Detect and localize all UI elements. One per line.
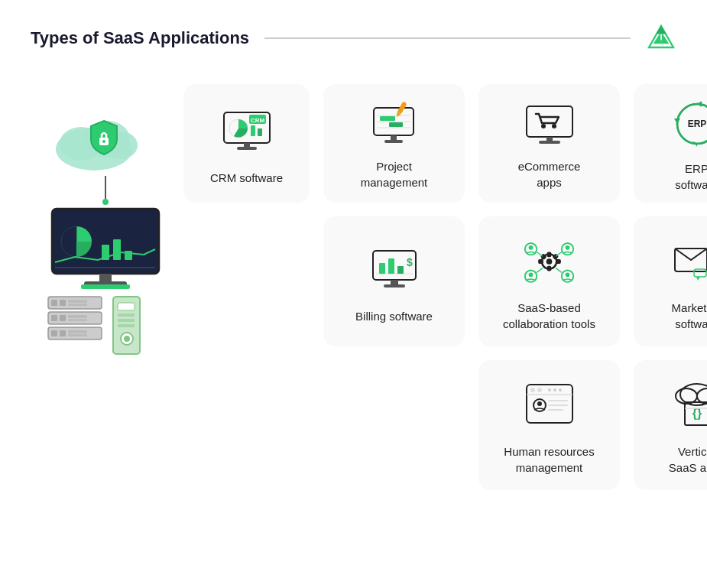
connector-dot — [102, 199, 109, 205]
svg-rect-31 — [51, 330, 57, 336]
card-project-label: Project management — [361, 158, 428, 190]
svg-rect-81 — [546, 252, 551, 258]
svg-point-111 — [553, 388, 556, 391]
ecommerce-icon — [522, 100, 577, 148]
svg-rect-32 — [60, 330, 66, 336]
svg-rect-33 — [68, 330, 87, 333]
svg-rect-14 — [113, 239, 121, 260]
svg-point-108 — [530, 388, 535, 392]
svg-rect-104 — [694, 269, 706, 277]
svg-rect-24 — [68, 304, 87, 306]
svg-point-9 — [102, 140, 105, 143]
card-marketing-label: Marketing software — [672, 300, 707, 332]
logo-icon — [646, 23, 676, 54]
svg-rect-47 — [258, 128, 262, 136]
svg-line-98 — [556, 268, 562, 273]
svg-rect-54 — [380, 116, 395, 121]
svg-rect-55 — [389, 122, 403, 127]
svg-marker-69 — [674, 119, 680, 124]
svg-rect-49 — [237, 147, 257, 150]
card-marketing: Marketing software — [634, 216, 707, 346]
svg-point-92 — [528, 272, 533, 277]
card-billing: $ Billing software — [323, 216, 465, 346]
svg-rect-23 — [68, 300, 87, 303]
page: Types of SaaS Applications — [0, 0, 707, 588]
storage-icon — [41, 289, 170, 358]
svg-rect-37 — [118, 313, 135, 317]
svg-line-95 — [537, 252, 543, 257]
svg-point-94 — [565, 272, 569, 277]
card-erp-label: ERP software — [675, 161, 707, 193]
svg-point-110 — [548, 388, 551, 391]
erp-icon: ERP — [670, 98, 708, 150]
card-hr-label: Human resources management — [504, 443, 594, 476]
svg-rect-26 — [51, 315, 57, 321]
marketing-icon — [670, 234, 708, 289]
card-vertical-label: Vertical SaaS apps — [669, 443, 707, 476]
svg-rect-39 — [118, 324, 135, 327]
connector-line — [105, 176, 106, 199]
svg-rect-83 — [538, 259, 543, 264]
svg-rect-27 — [60, 315, 66, 321]
svg-rect-64 — [539, 141, 560, 144]
svg-text:ERP: ERP — [687, 119, 706, 129]
card-saas-collab-label: SaaS-based collaboration tools — [503, 300, 595, 332]
svg-rect-78 — [384, 284, 405, 288]
crm-icon: CRM — [219, 104, 274, 159]
svg-rect-77 — [391, 280, 398, 285]
svg-rect-34 — [68, 334, 87, 336]
card-ecommerce: eCommerce apps — [478, 84, 620, 203]
server-illustration — [23, 289, 187, 358]
card-project: Project management — [323, 84, 465, 203]
svg-rect-22 — [60, 300, 66, 306]
card-crm-label: CRM software — [210, 170, 283, 186]
svg-marker-70 — [697, 101, 702, 107]
svg-rect-21 — [51, 300, 57, 306]
svg-point-112 — [559, 388, 562, 391]
svg-marker-3 — [657, 26, 666, 34]
svg-point-109 — [537, 388, 542, 392]
card-erp: ERP ERP software — [634, 84, 707, 203]
svg-point-88 — [528, 245, 533, 250]
svg-rect-38 — [118, 319, 135, 322]
svg-rect-75 — [397, 266, 404, 274]
card-saas-collab: SaaS-based collaboration tools — [478, 216, 620, 346]
hr-icon — [522, 378, 577, 433]
svg-point-61 — [541, 124, 546, 128]
billing-icon: $ — [367, 242, 422, 297]
svg-point-62 — [552, 124, 556, 128]
svg-rect-36 — [118, 303, 135, 310]
svg-rect-84 — [556, 259, 561, 264]
card-billing-label: Billing software — [355, 308, 433, 324]
svg-text:CRM: CRM — [250, 117, 264, 124]
monitor-icon — [44, 205, 167, 289]
svg-rect-73 — [379, 263, 385, 274]
project-icon — [367, 100, 422, 148]
svg-rect-46 — [251, 125, 255, 136]
svg-rect-82 — [546, 266, 551, 271]
card-vertical: {} Vertical SaaS apps — [634, 360, 707, 490]
svg-rect-58 — [391, 135, 397, 141]
svg-line-97 — [537, 268, 543, 273]
header-divider — [264, 37, 631, 39]
svg-rect-28 — [68, 315, 87, 318]
header: Types of SaaS Applications — [31, 23, 676, 54]
card-hr: Human resources management — [478, 360, 620, 490]
page-title: Types of SaaS Applications — [31, 28, 249, 48]
cloud-shield-icon — [52, 99, 159, 176]
svg-rect-60 — [527, 106, 572, 137]
svg-point-90 — [565, 245, 569, 250]
card-ecommerce-label: eCommerce apps — [518, 158, 581, 190]
svg-point-114 — [537, 401, 542, 406]
svg-marker-105 — [696, 277, 700, 281]
svg-rect-29 — [68, 319, 87, 321]
svg-rect-59 — [384, 140, 403, 143]
svg-point-41 — [124, 336, 130, 342]
svg-text:$: $ — [407, 256, 413, 268]
svg-point-80 — [546, 258, 552, 265]
left-illustration — [23, 99, 187, 358]
saas-collab-icon — [522, 234, 577, 289]
svg-rect-74 — [388, 258, 394, 274]
card-crm: CRM CRM software — [183, 84, 310, 203]
vertical-icon: {} — [670, 378, 708, 433]
